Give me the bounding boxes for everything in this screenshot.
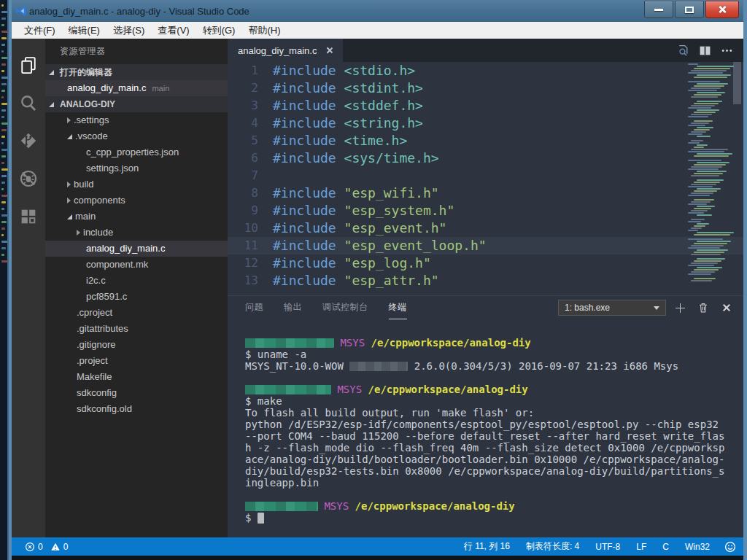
activity-source-control-icon[interactable]: [12, 122, 45, 160]
split-editor-icon[interactable]: [695, 42, 714, 59]
errors-indicator[interactable]: 0: [25, 542, 43, 552]
editor-scrollbar[interactable]: [732, 62, 742, 295]
maximize-button[interactable]: [675, 1, 704, 18]
code-line-5: 5#include <time.h>: [228, 132, 743, 149]
tree-file-settings-json[interactable]: settings.json: [45, 160, 228, 176]
terminal-line: $ make: [245, 395, 743, 407]
editor-actions: [670, 39, 743, 62]
tree-folder-components[interactable]: components: [45, 192, 228, 209]
panel-tab-debug-console[interactable]: 调试控制台: [322, 296, 368, 319]
minimap[interactable]: [686, 63, 729, 291]
terminal-line: $ uname -a: [245, 349, 743, 360]
activity-search-icon[interactable]: [12, 84, 45, 122]
activity-extensions-icon[interactable]: [12, 198, 45, 236]
tree-file--gitattributes[interactable]: .gitattributes: [45, 321, 228, 337]
tree-file-makefile[interactable]: Makefile: [45, 369, 228, 385]
terminal-text: /e/cppworkspace/analog-diy: [371, 337, 531, 349]
open-editors-section[interactable]: 打开的编辑器: [45, 64, 228, 80]
minimap-line: [697, 66, 734, 67]
minimize-button[interactable]: [644, 1, 673, 18]
close-button[interactable]: [705, 1, 739, 18]
activity-debug-icon[interactable]: [12, 160, 45, 198]
status-eol[interactable]: LF: [636, 542, 646, 552]
token-str: "esp_system.h": [344, 203, 455, 218]
minimap-line: [697, 136, 711, 137]
background-fragment: [1, 70, 4, 72]
kill-terminal-button[interactable]: [694, 299, 713, 316]
tree-folder-include[interactable]: include: [45, 225, 228, 241]
status-language-mode[interactable]: C: [662, 542, 669, 552]
new-terminal-button[interactable]: [670, 299, 689, 316]
tree-file-analog-diy-main-c[interactable]: analog_diy_main.c: [45, 241, 228, 257]
tree-file-c-cpp-properties-json[interactable]: c_cpp_properties.json: [45, 144, 228, 160]
close-panel-button[interactable]: [717, 299, 736, 316]
chevron-collapsed-icon: [67, 117, 71, 123]
panel-tab-problems[interactable]: 问题: [245, 296, 263, 319]
desktop: analog_diy_main.c - analog-diy - Visual …: [0, 0, 747, 560]
status-cursor-position[interactable]: 行 11, 列 16: [464, 540, 510, 553]
minimap-line: [694, 155, 729, 157]
tab-close-icon[interactable]: [324, 44, 336, 56]
minimap-line: [694, 225, 705, 227]
tree-folder-main[interactable]: main: [45, 209, 228, 225]
tree-file-i2c-c[interactable]: i2c.c: [45, 273, 228, 289]
search-editor-icon[interactable]: [673, 42, 692, 59]
minimap-line: [688, 195, 710, 196]
more-actions-icon[interactable]: [717, 42, 736, 59]
editor-tab-bar: analog_diy_main.c: [228, 39, 743, 62]
close-icon: [721, 303, 732, 313]
minimap-line: [691, 175, 719, 176]
feedback-smiley-icon[interactable]: [724, 541, 736, 553]
sidebar-title: 资源管理器: [45, 39, 228, 64]
scrollbar-thumb[interactable]: [733, 62, 741, 104]
tree-file--gitignore[interactable]: .gitignore: [45, 337, 228, 353]
terminal-line: MSYS /e/cppworkspace/analog-diy: [245, 500, 743, 512]
terminal-selector[interactable]: 1: bash.exe: [558, 300, 666, 316]
menu-edit[interactable]: 编辑(E): [62, 23, 107, 39]
tree-file-sdkconfig-old[interactable]: sdkconfig.old: [45, 401, 228, 417]
tree-file--project[interactable]: .project: [45, 353, 228, 369]
menu-view[interactable]: 查看(V): [151, 23, 196, 39]
tree-folder-build[interactable]: build: [45, 176, 228, 192]
warnings-indicator[interactable]: 0: [50, 542, 69, 552]
tree-file-pcf8591-c[interactable]: pcf8591.c: [45, 289, 228, 305]
menu-file[interactable]: 文件(F): [18, 23, 62, 39]
terminal-line: [245, 489, 743, 500]
open-editor-item[interactable]: analog_diy_main.c main: [45, 80, 228, 96]
panel-tab-bar: 问题输出调试控制台终端1: bash.exe: [228, 296, 743, 319]
menu-selection[interactable]: 选择(S): [107, 23, 151, 39]
tree-item-label: .gitignore: [77, 337, 115, 353]
panel-tab-terminal[interactable]: 终端: [389, 296, 407, 319]
project-root-section[interactable]: ANALOG-DIY: [45, 96, 228, 112]
status-indentation[interactable]: 制表符长度: 4: [526, 540, 579, 553]
minimap-line: [691, 70, 727, 71]
tree-file--cproject[interactable]: .cproject: [45, 305, 228, 321]
problems-status[interactable]: 0 0: [25, 542, 75, 552]
tree-folder--vscode[interactable]: .vscode: [45, 128, 228, 144]
line-number: 9: [228, 202, 273, 219]
minimap-line: [697, 206, 715, 207]
code-editor[interactable]: 1#include <stdio.h>2#include <stdint.h>3…: [228, 62, 743, 295]
background-fragment: [1, 129, 7, 131]
minimap-line: [697, 223, 709, 225]
terminal[interactable]: MSYS /e/cppworkspace/analog-diy$ uname -…: [228, 319, 743, 537]
tree-folder--settings[interactable]: .settings: [45, 112, 228, 128]
menu-goto[interactable]: 转到(G): [196, 23, 242, 39]
minimap-line: [691, 184, 716, 185]
minimap-line: [691, 254, 721, 255]
tree-file-sdkconfig[interactable]: sdkconfig: [45, 385, 228, 401]
menu-help[interactable]: 帮助(H): [241, 23, 287, 39]
status-platform[interactable]: Win32: [685, 542, 710, 552]
panel-tab-output[interactable]: 输出: [284, 296, 302, 319]
line-number: 10: [228, 219, 273, 237]
tree-file-component-mk[interactable]: component.mk: [45, 257, 228, 273]
minimap-line: [697, 188, 721, 190]
terminal-text: 2.6.0(0.304/5/3) 2016-09-07 21:23 i686 M…: [408, 360, 678, 372]
minimap-line: [694, 77, 727, 78]
tab-analog-diy-main[interactable]: analog_diy_main.c: [228, 39, 343, 62]
title-bar[interactable]: analog_diy_main.c - analog-diy - Visual …: [12, 0, 743, 22]
status-encoding[interactable]: UTF-8: [595, 542, 620, 552]
activity-explorer-icon[interactable]: [12, 46, 45, 84]
minimap-line: [691, 114, 712, 115]
token-str: "esp_wifi.h": [344, 185, 439, 201]
